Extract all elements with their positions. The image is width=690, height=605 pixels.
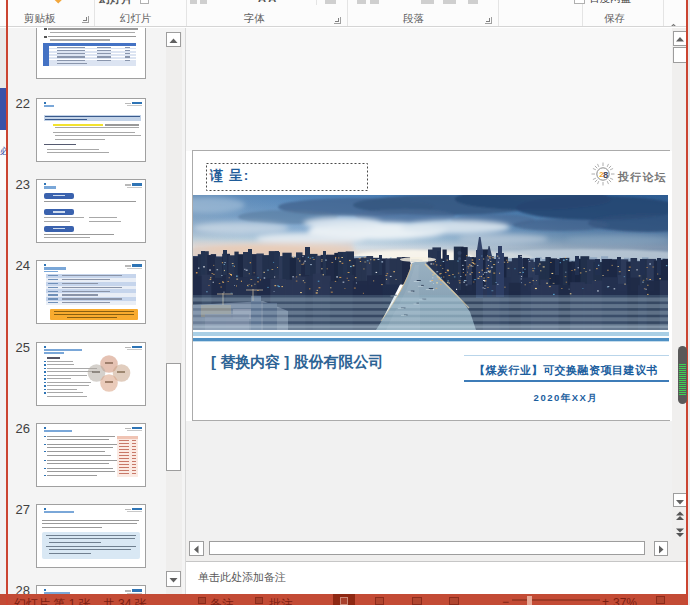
svg-text:8: 8 — [603, 169, 608, 180]
